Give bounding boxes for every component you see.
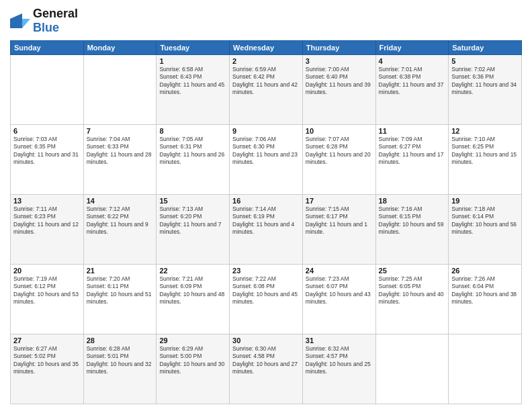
cell-day-number: 24 — [306, 267, 373, 275]
logo-general: General — [33, 7, 78, 20]
cell-info: Sunrise: 7:12 AM Sunset: 6:22 PM Dayligh… — [87, 205, 154, 236]
calendar-cell: 15Sunrise: 7:13 AM Sunset: 6:20 PM Dayli… — [157, 195, 230, 265]
cell-info: Sunrise: 7:14 AM Sunset: 6:19 PM Dayligh… — [232, 205, 300, 236]
calendar-cell — [11, 55, 84, 125]
header: General Blue — [10, 7, 522, 35]
calendar-week-row: 20Sunrise: 7:19 AM Sunset: 6:12 PM Dayli… — [11, 265, 522, 334]
cell-day-number: 16 — [232, 197, 300, 205]
calendar-cell: 24Sunrise: 7:23 AM Sunset: 6:07 PM Dayli… — [302, 265, 375, 334]
calendar-cell: 10Sunrise: 7:07 AM Sunset: 6:28 PM Dayli… — [302, 125, 375, 195]
calendar-cell: 25Sunrise: 7:25 AM Sunset: 6:05 PM Dayli… — [375, 265, 449, 334]
cell-info: Sunrise: 7:26 AM Sunset: 6:04 PM Dayligh… — [451, 275, 519, 306]
cell-day-number: 10 — [306, 127, 373, 135]
cell-info: Sunrise: 7:19 AM Sunset: 6:12 PM Dayligh… — [13, 275, 81, 306]
cell-info: Sunrise: 7:09 AM Sunset: 6:27 PM Dayligh… — [379, 136, 446, 167]
calendar-cell: 27Sunrise: 6:27 AM Sunset: 5:02 PM Dayli… — [11, 334, 84, 404]
cell-day-number: 28 — [87, 336, 154, 345]
cell-info: Sunrise: 7:02 AM Sunset: 6:36 PM Dayligh… — [451, 66, 519, 97]
cell-info: Sunrise: 7:20 AM Sunset: 6:11 PM Dayligh… — [87, 275, 154, 306]
calendar-cell — [375, 334, 449, 404]
calendar-day-header: Friday — [375, 41, 449, 55]
cell-day-number: 22 — [159, 267, 226, 275]
cell-day-number: 20 — [13, 267, 81, 275]
cell-info: Sunrise: 7:10 AM Sunset: 6:25 PM Dayligh… — [451, 136, 519, 167]
calendar-table: SundayMondayTuesdayWednesdayThursdayFrid… — [10, 40, 522, 404]
cell-info: Sunrise: 7:05 AM Sunset: 6:31 PM Dayligh… — [159, 136, 226, 167]
calendar-cell: 19Sunrise: 7:18 AM Sunset: 6:14 PM Dayli… — [449, 195, 522, 265]
logo-icon — [10, 13, 30, 28]
cell-day-number: 2 — [232, 57, 300, 65]
calendar-cell: 29Sunrise: 6:29 AM Sunset: 5:00 PM Dayli… — [157, 334, 230, 404]
cell-info: Sunrise: 7:06 AM Sunset: 6:30 PM Dayligh… — [232, 136, 300, 167]
calendar-cell: 21Sunrise: 7:20 AM Sunset: 6:11 PM Dayli… — [83, 265, 157, 334]
svg-rect-0 — [10, 19, 22, 28]
calendar-cell: 6Sunrise: 7:03 AM Sunset: 6:35 PM Daylig… — [11, 125, 84, 195]
calendar-cell: 2Sunrise: 6:59 AM Sunset: 6:42 PM Daylig… — [230, 55, 303, 125]
cell-info: Sunrise: 6:30 AM Sunset: 4:58 PM Dayligh… — [232, 345, 300, 376]
cell-day-number: 21 — [87, 267, 154, 275]
calendar-day-header: Tuesday — [157, 41, 230, 55]
cell-info: Sunrise: 7:18 AM Sunset: 6:14 PM Dayligh… — [451, 205, 519, 236]
calendar-week-row: 6Sunrise: 7:03 AM Sunset: 6:35 PM Daylig… — [11, 125, 522, 195]
cell-day-number: 29 — [159, 336, 226, 345]
calendar-cell: 9Sunrise: 7:06 AM Sunset: 6:30 PM Daylig… — [230, 125, 303, 195]
cell-day-number: 8 — [159, 127, 226, 135]
cell-day-number: 12 — [451, 127, 519, 135]
cell-day-number: 6 — [13, 127, 81, 135]
cell-day-number: 13 — [13, 197, 81, 205]
calendar-cell: 3Sunrise: 7:00 AM Sunset: 6:40 PM Daylig… — [302, 55, 375, 125]
calendar-week-row: 1Sunrise: 6:58 AM Sunset: 6:43 PM Daylig… — [11, 55, 522, 125]
logo: General Blue — [10, 7, 78, 35]
cell-day-number: 27 — [13, 336, 81, 345]
cell-day-number: 11 — [379, 127, 446, 135]
cell-info: Sunrise: 7:00 AM Sunset: 6:40 PM Dayligh… — [306, 66, 373, 97]
calendar-day-header: Saturday — [449, 41, 522, 55]
cell-day-number: 31 — [306, 336, 373, 345]
calendar-cell — [449, 334, 522, 404]
cell-info: Sunrise: 7:21 AM Sunset: 6:09 PM Dayligh… — [159, 275, 226, 306]
calendar-header-row: SundayMondayTuesdayWednesdayThursdayFrid… — [11, 41, 522, 55]
cell-info: Sunrise: 7:22 AM Sunset: 6:08 PM Dayligh… — [232, 275, 300, 306]
cell-day-number: 9 — [232, 127, 300, 135]
calendar-cell: 26Sunrise: 7:26 AM Sunset: 6:04 PM Dayli… — [449, 265, 522, 334]
calendar-week-row: 27Sunrise: 6:27 AM Sunset: 5:02 PM Dayli… — [11, 334, 522, 404]
calendar-cell: 22Sunrise: 7:21 AM Sunset: 6:09 PM Dayli… — [157, 265, 230, 334]
calendar-day-header: Monday — [83, 41, 157, 55]
calendar-cell: 28Sunrise: 6:28 AM Sunset: 5:01 PM Dayli… — [83, 334, 157, 404]
calendar-cell: 17Sunrise: 7:15 AM Sunset: 6:17 PM Dayli… — [302, 195, 375, 265]
cell-day-number: 5 — [451, 57, 519, 65]
calendar-cell: 16Sunrise: 7:14 AM Sunset: 6:19 PM Dayli… — [230, 195, 303, 265]
calendar-cell: 1Sunrise: 6:58 AM Sunset: 6:43 PM Daylig… — [157, 55, 230, 125]
calendar-cell: 31Sunrise: 6:32 AM Sunset: 4:57 PM Dayli… — [302, 334, 375, 404]
cell-info: Sunrise: 6:59 AM Sunset: 6:42 PM Dayligh… — [232, 66, 300, 97]
cell-info: Sunrise: 7:23 AM Sunset: 6:07 PM Dayligh… — [306, 275, 373, 306]
calendar-cell: 23Sunrise: 7:22 AM Sunset: 6:08 PM Dayli… — [230, 265, 303, 334]
cell-info: Sunrise: 6:28 AM Sunset: 5:01 PM Dayligh… — [87, 345, 154, 376]
cell-info: Sunrise: 6:32 AM Sunset: 4:57 PM Dayligh… — [306, 345, 373, 376]
cell-day-number: 4 — [379, 57, 446, 65]
svg-marker-2 — [22, 19, 30, 28]
cell-info: Sunrise: 7:04 AM Sunset: 6:33 PM Dayligh… — [87, 136, 154, 167]
cell-day-number: 26 — [451, 267, 519, 275]
cell-info: Sunrise: 7:01 AM Sunset: 6:38 PM Dayligh… — [379, 66, 446, 97]
cell-day-number: 25 — [379, 267, 446, 275]
calendar-cell: 13Sunrise: 7:11 AM Sunset: 6:23 PM Dayli… — [11, 195, 84, 265]
calendar-cell: 7Sunrise: 7:04 AM Sunset: 6:33 PM Daylig… — [83, 125, 157, 195]
calendar-cell: 20Sunrise: 7:19 AM Sunset: 6:12 PM Dayli… — [11, 265, 84, 334]
calendar-cell: 11Sunrise: 7:09 AM Sunset: 6:27 PM Dayli… — [375, 125, 449, 195]
calendar-cell: 12Sunrise: 7:10 AM Sunset: 6:25 PM Dayli… — [449, 125, 522, 195]
cell-info: Sunrise: 7:16 AM Sunset: 6:15 PM Dayligh… — [379, 205, 446, 236]
cell-info: Sunrise: 6:27 AM Sunset: 5:02 PM Dayligh… — [13, 345, 81, 376]
cell-info: Sunrise: 7:11 AM Sunset: 6:23 PM Dayligh… — [13, 205, 81, 236]
cell-day-number: 15 — [159, 197, 226, 205]
calendar-cell: 18Sunrise: 7:16 AM Sunset: 6:15 PM Dayli… — [375, 195, 449, 265]
cell-info: Sunrise: 7:03 AM Sunset: 6:35 PM Dayligh… — [13, 136, 81, 167]
calendar-cell: 14Sunrise: 7:12 AM Sunset: 6:22 PM Dayli… — [83, 195, 157, 265]
calendar-day-header: Thursday — [302, 41, 375, 55]
cell-day-number: 18 — [379, 197, 446, 205]
cell-day-number: 23 — [232, 267, 300, 275]
cell-day-number: 30 — [232, 336, 300, 345]
logo-blue: Blue — [33, 21, 59, 34]
cell-info: Sunrise: 6:29 AM Sunset: 5:00 PM Dayligh… — [159, 345, 226, 376]
cell-info: Sunrise: 7:25 AM Sunset: 6:05 PM Dayligh… — [379, 275, 446, 306]
